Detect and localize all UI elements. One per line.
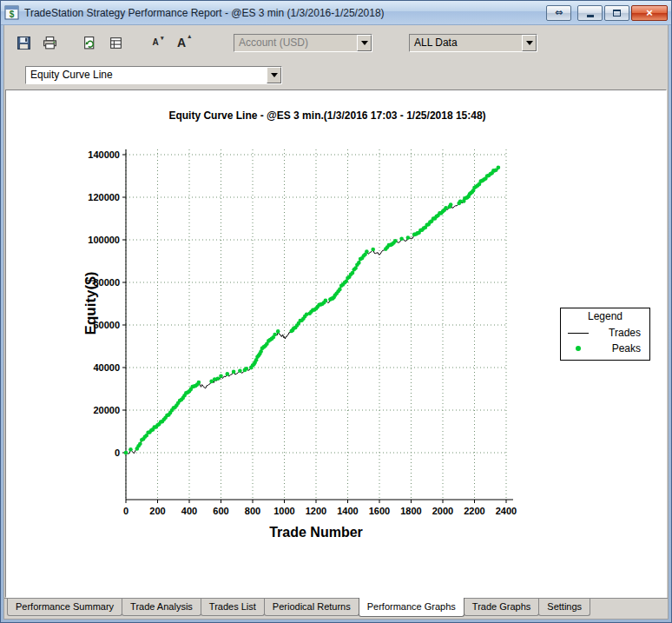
titlebar[interactable]: $ TradeStation Strategy Performance Repo…: [1, 1, 671, 25]
detach-glyph: ⇔: [555, 7, 563, 18]
legend-item-peaks: Peaks: [561, 341, 649, 356]
chart-panel: Equity Curve Line - @ES 3 min.(1/3/2016 …: [5, 89, 667, 598]
graph-selector-bar: Equity Curve Line: [4, 60, 668, 89]
graph-type-dropdown[interactable]: Equity Curve Line: [25, 66, 282, 84]
svg-text:2200: 2200: [464, 506, 484, 516]
tab-performance-graphs[interactable]: Performance Graphs: [359, 598, 464, 617]
report-properties-icon[interactable]: [105, 33, 126, 52]
app-window: $ TradeStation Strategy Performance Repo…: [0, 0, 672, 623]
tab-settings[interactable]: Settings: [538, 599, 590, 616]
svg-text:600: 600: [213, 506, 228, 516]
peaks-dot-sample-icon: [568, 346, 589, 351]
svg-text:140000: 140000: [88, 149, 120, 160]
svg-text:60000: 60000: [93, 320, 120, 330]
graph-type-dropdown-arrow-icon[interactable]: [267, 67, 281, 83]
svg-text:200: 200: [149, 506, 165, 516]
increase-font-icon[interactable]: A▴: [171, 33, 192, 52]
svg-text:120000: 120000: [88, 192, 120, 202]
tab-periodical-returns[interactable]: Periodical Returns: [264, 599, 359, 616]
trades-line-sample-icon: [568, 333, 589, 334]
close-icon[interactable]: ×: [631, 5, 668, 21]
legend-title: Legend: [561, 310, 649, 325]
minimize-icon[interactable]: [577, 5, 603, 21]
svg-text:40000: 40000: [93, 362, 120, 373]
legend-box: Legend Trades Peaks: [560, 308, 650, 361]
svg-text:1200: 1200: [306, 506, 326, 516]
svg-text:0: 0: [123, 506, 128, 516]
svg-text:80000: 80000: [93, 277, 120, 288]
tab-trade-analysis[interactable]: Trade Analysis: [122, 599, 201, 616]
save-icon[interactable]: [13, 33, 34, 52]
account-dropdown-arrow-icon[interactable]: [357, 35, 372, 51]
tab-trade-graphs[interactable]: Trade Graphs: [464, 599, 539, 616]
data-range-dropdown-arrow-icon[interactable]: [522, 35, 537, 51]
svg-text:1400: 1400: [337, 506, 358, 516]
svg-text:1600: 1600: [369, 506, 390, 516]
svg-text:20000: 20000: [93, 405, 120, 415]
toolbar: A▾ A▴ Account (USD) ALL Data: [4, 25, 668, 60]
print-icon[interactable]: [39, 33, 60, 52]
graph-type-dropdown-value: Equity Curve Line: [26, 67, 267, 83]
svg-text:1000: 1000: [273, 506, 294, 516]
svg-text:$: $: [10, 10, 15, 19]
app-icon: $: [4, 5, 19, 20]
tab-performance-summary[interactable]: Performance Summary: [7, 599, 122, 616]
data-range-dropdown-value: ALL Data: [410, 35, 522, 51]
client-area: A▾ A▴ Account (USD) ALL Data Equity Curv…: [3, 25, 669, 620]
account-dropdown[interactable]: Account (USD): [234, 34, 372, 52]
tab-trades-list[interactable]: Trades List: [201, 599, 265, 616]
data-range-dropdown[interactable]: ALL Data: [409, 34, 537, 52]
svg-text:1800: 1800: [400, 506, 421, 516]
detach-icon[interactable]: ⇔: [546, 5, 571, 21]
decrease-font-icon[interactable]: A▾: [145, 33, 166, 52]
maximize-icon[interactable]: [604, 5, 629, 21]
account-dropdown-value: Account (USD): [234, 35, 357, 51]
svg-text:100000: 100000: [88, 235, 120, 245]
svg-text:800: 800: [245, 506, 260, 516]
svg-text:2000: 2000: [432, 506, 453, 516]
tabstrip: Performance Summary Trade Analysis Trade…: [4, 598, 668, 619]
svg-text:2400: 2400: [496, 506, 517, 516]
legend-item-trades: Trades: [561, 325, 649, 341]
svg-text:400: 400: [181, 506, 197, 516]
refresh-icon[interactable]: [79, 33, 100, 52]
svg-text:0: 0: [115, 447, 120, 458]
close-glyph: ×: [646, 6, 653, 19]
window-title: TradeStation Strategy Performance Report…: [24, 7, 541, 19]
